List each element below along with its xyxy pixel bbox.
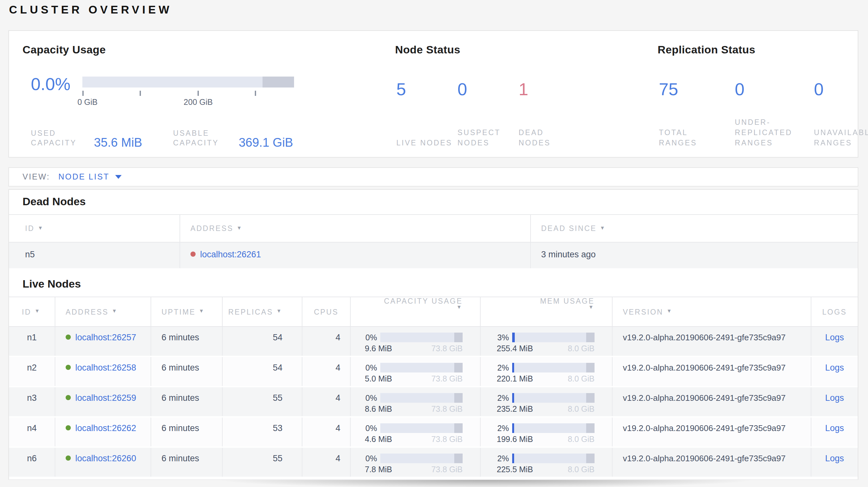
node-cpus: 4 — [302, 448, 351, 477]
column-header-id[interactable]: ID▼ — [9, 215, 180, 242]
mem-usage-bar — [512, 363, 594, 372]
capacity-used-value: 4.6 MiB — [365, 435, 392, 444]
nodes-overview-card: Dead Nodes ID▼ ADDRESS▼ DEAD SINCE▼ n5 l… — [8, 189, 858, 480]
capacity-percent-label: 0% — [366, 454, 377, 463]
gauge-tick — [140, 91, 141, 96]
live-nodes-heading: Live Nodes — [9, 269, 858, 297]
replication-status-section: Replication Status 75 TOTAL RANGES 0 UND… — [658, 44, 857, 148]
logs-link[interactable]: Logs — [825, 454, 844, 463]
mem-used-value: 220.1 MiB — [497, 375, 533, 383]
mem-percent-label: 2% — [497, 393, 509, 402]
usable-capacity-stat: USABLE CAPACITY 369.1 GiB — [173, 129, 293, 148]
capacity-usage-section: Capacity Usage 0.0% 0 GiB 200 GiB U — [23, 44, 380, 148]
live-node-row: n4 localhost:26262 6 minutes 53 4 0% 4.6… — [9, 418, 858, 448]
node-mem-usage-cell: 2% 235.2 MiB 8.0 GiB — [480, 387, 613, 416]
live-node-row: n6 localhost:26260 6 minutes 55 4 0% 7.8… — [9, 448, 858, 478]
live-status-dot-icon — [66, 365, 71, 370]
live-nodes-stat: 5 LIVE NODES — [396, 80, 458, 148]
capacity-used-value: 8.6 MiB — [365, 404, 392, 414]
column-header-version[interactable]: VERSION▼ — [613, 297, 811, 326]
capacity-gauge-end-segment — [262, 76, 294, 88]
column-header-replicas[interactable]: REPLICAS▼ — [223, 297, 302, 326]
live-status-dot-icon — [66, 455, 71, 461]
sort-arrow-icon: ▼ — [600, 225, 606, 231]
sort-arrow-icon: ▼ — [588, 304, 594, 310]
capacity-usage-bar — [380, 454, 463, 463]
node-address-link[interactable]: localhost:26259 — [75, 393, 136, 403]
node-cpus: 4 — [302, 357, 351, 386]
node-mem-usage-cell: 3% 255.4 MiB 8.0 GiB — [480, 327, 613, 356]
node-version: v19.2.0-alpha.20190606-2491-gfe735c9a97 — [613, 448, 811, 477]
column-header-mem-usage[interactable]: MEM USAGE▼ — [480, 297, 613, 326]
dead-nodes-count: 1 — [519, 80, 528, 100]
dead-node-id: n5 — [9, 242, 180, 268]
mem-usage-fill — [512, 363, 514, 372]
capacity-usage-bar — [380, 363, 463, 372]
column-header-capacity-usage[interactable]: CAPACITY USAGE▼ — [351, 297, 480, 326]
column-header-dead-since[interactable]: DEAD SINCE▼ — [531, 215, 858, 242]
mem-used-value: 255.4 MiB — [497, 344, 533, 353]
dead-nodes-heading: Dead Nodes — [9, 190, 858, 214]
live-node-row: n2 localhost:26258 6 minutes 54 4 0% 5.0… — [9, 357, 858, 387]
node-address-cell: localhost:26257 — [55, 327, 151, 356]
node-mem-usage-cell: 2% 220.1 MiB 8.0 GiB — [480, 357, 613, 386]
view-label: VIEW: — [23, 172, 50, 182]
sort-arrow-icon: ▼ — [237, 225, 243, 231]
capacity-bar-end-segment — [454, 454, 463, 463]
under-replicated-count: 0 — [735, 80, 744, 100]
node-version: v19.2.0-alpha.20190606-2491-gfe735c9a97 — [613, 327, 811, 356]
sort-arrow-icon: ▼ — [457, 304, 463, 310]
chevron-down-icon — [115, 175, 122, 179]
node-cpus: 4 — [302, 327, 351, 356]
node-uptime: 6 minutes — [151, 387, 223, 416]
node-version: v19.2.0-alpha.20190606-2491-gfe735c9a97 — [613, 357, 811, 386]
logs-link[interactable]: Logs — [825, 423, 844, 433]
node-uptime: 6 minutes — [151, 448, 223, 477]
capacity-used-value: 9.6 MiB — [365, 344, 392, 353]
mem-total-value: 8.0 GiB — [568, 344, 594, 353]
live-nodes-count: 5 — [396, 80, 406, 100]
dead-node-address-cell: localhost:26261 — [180, 242, 531, 268]
mem-bar-end-segment — [586, 333, 594, 342]
suspect-nodes-label: SUSPECT NODES — [458, 127, 517, 148]
capacity-usage-title: Capacity Usage — [23, 44, 380, 57]
live-node-row: n1 localhost:26257 6 minutes 54 4 0% 9.6… — [9, 327, 858, 357]
column-header-id[interactable]: ID▼ — [9, 297, 55, 326]
sort-arrow-icon: ▼ — [666, 308, 673, 314]
node-uptime: 6 minutes — [151, 327, 223, 356]
node-address-link[interactable]: localhost:26262 — [75, 423, 136, 433]
mem-total-value: 8.0 GiB — [568, 435, 594, 444]
node-logs-cell: Logs — [811, 387, 858, 416]
node-mem-usage-cell: 2% 199.6 MiB 8.0 GiB — [480, 418, 613, 447]
node-address-link[interactable]: localhost:26260 — [75, 454, 136, 463]
unavailable-ranges-stat: 0 UNAVAILABLE RANGES — [814, 80, 868, 148]
suspect-nodes-count: 0 — [458, 80, 467, 100]
node-capacity-usage-cell: 0% 7.8 MiB 73.8 GiB — [351, 448, 480, 477]
node-id: n2 — [9, 357, 55, 386]
column-header-address[interactable]: ADDRESS▼ — [55, 297, 151, 326]
column-header-uptime[interactable]: UPTIME▼ — [151, 297, 223, 326]
mem-percent-label: 3% — [497, 333, 509, 342]
node-address-link[interactable]: localhost:26257 — [75, 333, 136, 342]
node-id: n4 — [9, 418, 55, 447]
capacity-total-value: 73.8 GiB — [431, 465, 463, 474]
sort-arrow-icon: ▼ — [112, 308, 118, 314]
node-address-cell: localhost:26262 — [55, 418, 151, 447]
capacity-usage-bar — [380, 393, 463, 403]
node-cpus: 4 — [302, 418, 351, 447]
logs-link[interactable]: Logs — [825, 393, 844, 403]
node-address-link[interactable]: localhost:26261 — [200, 250, 261, 259]
view-selector-dropdown[interactable]: NODE LIST — [58, 172, 122, 182]
sort-arrow-icon: ▼ — [34, 308, 40, 314]
node-uptime: 6 minutes — [151, 357, 223, 386]
node-status-title: Node Status — [395, 44, 640, 57]
gauge-tick — [197, 91, 199, 96]
node-capacity-usage-cell: 0% 5.0 MiB 73.8 GiB — [351, 357, 480, 386]
logs-link[interactable]: Logs — [825, 363, 844, 372]
column-header-address[interactable]: ADDRESS▼ — [180, 215, 531, 242]
node-address-link[interactable]: localhost:26258 — [75, 363, 136, 372]
logs-link[interactable]: Logs — [825, 333, 844, 342]
node-replicas: 54 — [223, 327, 302, 356]
mem-bar-end-segment — [586, 423, 594, 433]
page-title: CLUSTER OVERVIEW — [9, 3, 172, 17]
